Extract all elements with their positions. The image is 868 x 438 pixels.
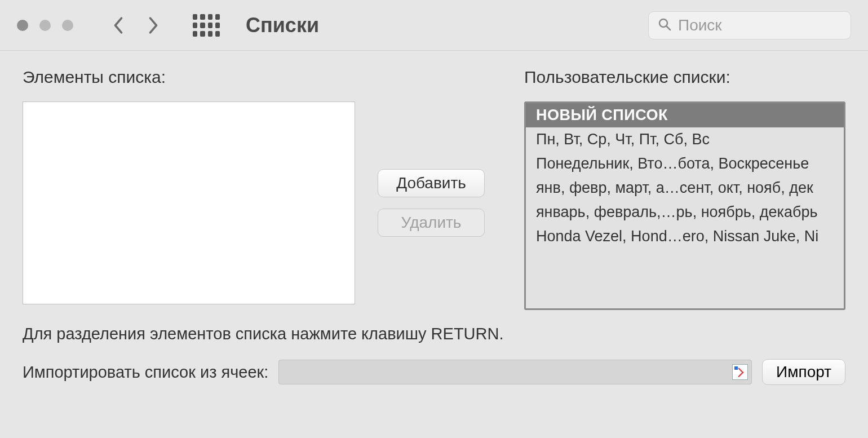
chevron-left-icon bbox=[112, 15, 125, 36]
delete-button: Удалить bbox=[378, 209, 485, 237]
add-button[interactable]: Добавить bbox=[378, 169, 485, 197]
custom-list-row[interactable]: янв, февр, март, а…сент, окт, нояб, дек bbox=[526, 176, 844, 200]
list-elements-textarea[interactable] bbox=[23, 101, 355, 304]
content-area: Элементы списка: Пользовательские списки… bbox=[0, 51, 868, 396]
custom-list-row[interactable]: Понедельник, Вто…бота, Воскресенье bbox=[526, 152, 844, 176]
show-all-icon[interactable] bbox=[193, 14, 220, 37]
custom-list-row[interactable]: Пн, Вт, Ср, Чт, Пт, Сб, Вс bbox=[526, 127, 844, 152]
custom-list-row[interactable]: НОВЫЙ СПИСОК bbox=[526, 103, 844, 127]
custom-list-row[interactable]: январь, февраль,…рь, ноябрь, декабрь bbox=[526, 200, 844, 224]
custom-list-row[interactable]: Honda Vezel, Hond…ero, Nissan Juke, Ni bbox=[526, 224, 844, 249]
svg-line-1 bbox=[666, 26, 670, 30]
search-input[interactable] bbox=[678, 16, 842, 34]
search-icon bbox=[658, 17, 671, 33]
zoom-window-button[interactable] bbox=[62, 20, 73, 31]
toolbar: Списки bbox=[0, 0, 868, 51]
chevron-right-icon bbox=[147, 15, 160, 36]
list-elements-label: Элементы списка: bbox=[23, 68, 507, 87]
search-field-wrap[interactable] bbox=[648, 11, 851, 39]
range-picker-icon[interactable] bbox=[732, 364, 748, 380]
import-button[interactable]: Импорт bbox=[762, 359, 845, 385]
custom-lists-label: Пользовательские списки: bbox=[524, 68, 845, 87]
forward-button[interactable] bbox=[141, 13, 166, 38]
custom-lists-listbox[interactable]: НОВЫЙ СПИСОКПн, Вт, Ср, Чт, Пт, Сб, ВсПо… bbox=[524, 101, 845, 310]
window-controls bbox=[17, 20, 73, 31]
hint-text: Для разделения элементов списка нажмите … bbox=[23, 325, 845, 343]
import-range-field[interactable] bbox=[278, 360, 752, 384]
close-window-button[interactable] bbox=[17, 20, 28, 31]
minimize-window-button[interactable] bbox=[39, 20, 51, 31]
back-button[interactable] bbox=[106, 13, 131, 38]
import-from-cells-label: Импортировать список из ячеек: bbox=[23, 363, 268, 382]
window-title: Списки bbox=[246, 14, 319, 37]
